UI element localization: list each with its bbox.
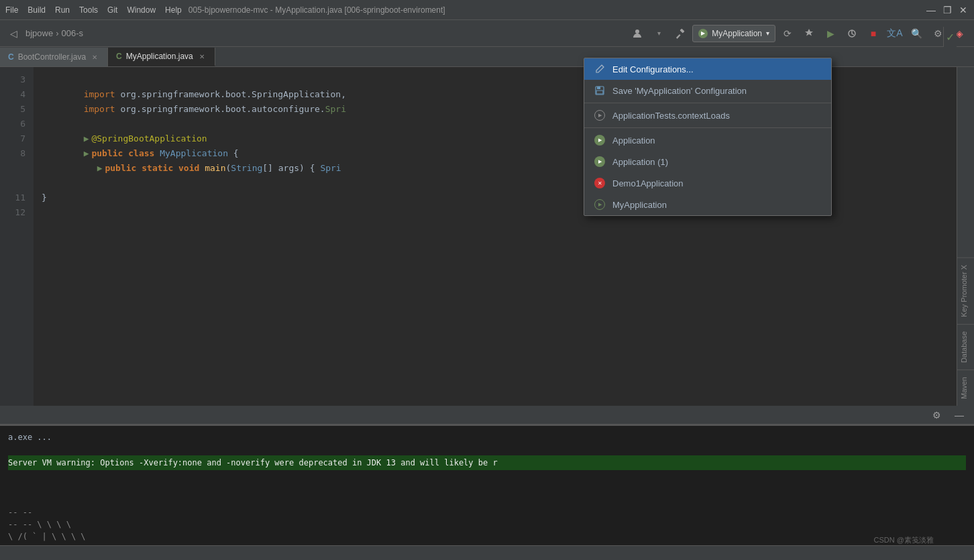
breadcrumb: bjpowe › 006-s bbox=[25, 28, 83, 38]
tab-icon-c: C bbox=[8, 52, 14, 62]
window-controls: — ❐ ✕ bbox=[926, 5, 969, 15]
close-button[interactable]: ✕ bbox=[958, 5, 969, 15]
menu-tools[interactable]: Tools bbox=[79, 5, 98, 15]
sidebar-spacer bbox=[957, 67, 974, 258]
run-gutter-icon2[interactable]: ▶ bbox=[84, 146, 89, 161]
dropdown-item-demo1app[interactable]: ✕ Demo1Application bbox=[584, 172, 831, 194]
dropdown-item-application1[interactable]: ▶ Application (1) bbox=[584, 151, 831, 172]
application-icon: ▶ bbox=[594, 134, 606, 146]
check-icon: ✓ bbox=[946, 31, 955, 44]
sidebar-tab-database[interactable]: Database bbox=[957, 324, 974, 370]
terminal-line-empty3 bbox=[8, 482, 966, 494]
person-dropdown-icon[interactable]: ▾ bbox=[649, 24, 668, 43]
terminal-toolbar: ⚙ — bbox=[0, 406, 974, 425]
maximize-button[interactable]: ❐ bbox=[942, 5, 953, 15]
dropdown-overlay: Edit Configurations... Save 'MyApplicati… bbox=[584, 58, 832, 216]
menu-run[interactable]: Run bbox=[55, 5, 70, 15]
tab-label-myapplication: MyApplication.java bbox=[126, 52, 193, 61]
breadcrumb-module[interactable]: 006-s bbox=[62, 28, 84, 38]
save-config-icon bbox=[594, 85, 606, 97]
debug-icon[interactable] bbox=[843, 24, 861, 43]
application1-icon: ▶ bbox=[594, 156, 606, 168]
terminal-line-exe: a.exe ... bbox=[8, 431, 966, 443]
dropdown-item-application[interactable]: ▶ Application bbox=[584, 129, 831, 151]
watermark: CSDN @素笺淡雅 bbox=[874, 535, 934, 545]
terminal-ascii-3: \ /( ` | \ \ \ \ bbox=[8, 530, 966, 543]
tab-close-myapplication[interactable]: ✕ bbox=[197, 52, 207, 61]
title-bar: File Build Run Tools Git Window Help 005… bbox=[0, 0, 974, 20]
dropdown-item-myapplication[interactable]: ▶ MyApplication bbox=[584, 194, 831, 215]
dropdown-item-apptests[interactable]: ▶ ApplicationTests.contextLoads bbox=[584, 105, 831, 126]
check-area: ✓ bbox=[943, 27, 957, 47]
dropdown-sep-1 bbox=[584, 103, 831, 103]
demo1app-label: Demo1Application bbox=[612, 178, 684, 188]
terminal-line-warning: Server VM warning: Options -Xverify:none… bbox=[8, 455, 966, 470]
terminal-line-empty4 bbox=[8, 494, 966, 506]
tab-bootcontroller[interactable]: C BootController.java ✕ bbox=[0, 48, 108, 66]
right-sidebar: Key Promoter X Database Maven bbox=[957, 67, 974, 406]
menu-file[interactable]: File bbox=[5, 5, 18, 15]
tab-close-bootcontroller[interactable]: ✕ bbox=[90, 52, 99, 62]
menu-build[interactable]: Build bbox=[28, 5, 46, 15]
myapplication-icon: ▶ bbox=[594, 199, 606, 211]
dropdown-sep-2 bbox=[584, 127, 831, 128]
terminal-line-empty1 bbox=[8, 443, 966, 455]
title-bar-left: File Build Run Tools Git Window Help 005… bbox=[5, 5, 445, 15]
svg-rect-5 bbox=[596, 91, 603, 94]
svg-rect-4 bbox=[597, 87, 600, 89]
run-config-button[interactable]: ▶ MyApplication ▾ bbox=[692, 25, 775, 42]
menu-git[interactable]: Git bbox=[107, 5, 117, 15]
tab-icon-c2: C bbox=[116, 52, 122, 61]
dropdown-item-edit-configs[interactable]: Edit Configurations... bbox=[584, 58, 831, 80]
edit-configs-icon bbox=[594, 63, 606, 75]
terminal-settings-icon[interactable]: ⚙ bbox=[927, 406, 946, 425]
run-icon[interactable]: ▶ bbox=[821, 24, 840, 43]
stop-icon[interactable]: ■ bbox=[864, 24, 883, 43]
run-gutter-icon[interactable]: ▶ bbox=[84, 131, 89, 146]
run-config-dropdown-arrow: ▾ bbox=[766, 30, 769, 37]
sidebar-tab-maven[interactable]: Maven bbox=[957, 370, 974, 406]
minimize-button[interactable]: — bbox=[926, 5, 936, 15]
run-config-label: MyApplication bbox=[712, 29, 762, 38]
menu-help[interactable]: Help bbox=[165, 5, 182, 15]
application-label: Application bbox=[612, 135, 655, 146]
edit-configs-label: Edit Configurations... bbox=[612, 64, 694, 74]
terminal-close-icon[interactable]: — bbox=[950, 406, 969, 425]
build-icon[interactable] bbox=[800, 24, 818, 43]
sidebar-tab-keypromoter[interactable]: Key Promoter X bbox=[957, 258, 974, 324]
status-bar bbox=[0, 545, 974, 560]
search-icon[interactable]: 🔍 bbox=[907, 24, 926, 43]
tab-label-bootcontroller: BootController.java bbox=[18, 52, 86, 62]
save-config-label: Save 'MyApplication' Configuration bbox=[612, 86, 747, 96]
tab-myapplication[interactable]: C MyApplication.java ✕ bbox=[108, 48, 215, 66]
line-numbers: 3 4 5 6 7 8 11 12 bbox=[0, 67, 34, 406]
dropdown-menu: Edit Configurations... Save 'MyApplicati… bbox=[584, 58, 832, 216]
run-config-area: ▾ ▶ MyApplication ▾ ⟳ ▶ ■ 文A 🔍 ⚙ ◈ bbox=[628, 24, 969, 43]
person-icon[interactable] bbox=[628, 24, 647, 43]
myapplication-label: MyApplication bbox=[612, 200, 667, 210]
terminal-line-empty2 bbox=[8, 470, 966, 482]
terminal-ascii-2: -- -- \ \ \ \ bbox=[8, 518, 966, 530]
reload-icon[interactable]: ⟳ bbox=[778, 24, 797, 43]
nav-bar: ◁ bjpowe › 006-s ▾ ▶ MyApplication ▾ ⟳ ▶ bbox=[0, 20, 974, 47]
apptests-icon: ▶ bbox=[594, 109, 606, 121]
svg-rect-1 bbox=[680, 28, 685, 33]
svg-point-0 bbox=[635, 30, 639, 34]
run-gutter-icon3[interactable]: ▶ bbox=[97, 161, 103, 176]
window-title: 005-bjpowernode-mvc - MyApplication.java… bbox=[188, 5, 445, 15]
hammer-icon[interactable] bbox=[671, 24, 690, 43]
menu-window[interactable]: Window bbox=[127, 5, 156, 15]
application1-label: Application (1) bbox=[612, 157, 668, 167]
terminal-ascii-1: -- -- bbox=[8, 506, 966, 518]
title-bar-menu: File Build Run Tools Git Window Help bbox=[5, 5, 182, 15]
back-nav-icon[interactable]: ◁ bbox=[5, 25, 21, 42]
breadcrumb-sep: › bbox=[56, 28, 58, 38]
demo1app-icon: ✕ bbox=[594, 177, 606, 189]
dropdown-item-save-config[interactable]: Save 'MyApplication' Configuration bbox=[584, 80, 831, 101]
apptests-label: ApplicationTests.contextLoads bbox=[612, 111, 730, 121]
run-config-icon: ▶ bbox=[698, 29, 708, 38]
breadcrumb-project[interactable]: bjpowe bbox=[25, 28, 53, 38]
translate-icon[interactable]: 文A bbox=[885, 24, 904, 43]
terminal-area: a.exe ... Server VM warning: Options -Xv… bbox=[0, 425, 974, 560]
